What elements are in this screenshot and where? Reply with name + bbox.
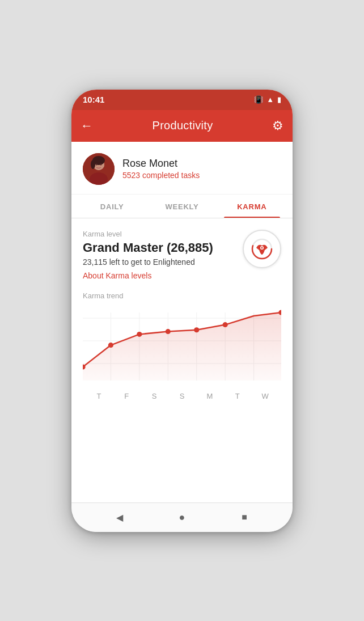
chart-container: T F S S M T W	[77, 307, 287, 398]
svg-point-26	[194, 327, 199, 332]
svg-point-7	[100, 163, 102, 165]
karma-label: Karma level	[83, 230, 234, 238]
bottom-nav: ◀ ● ■	[71, 502, 293, 532]
avatar-svg	[83, 153, 115, 185]
profile-name: Rose Monet	[122, 158, 200, 170]
svg-point-11	[261, 247, 263, 248]
app-bar-title: Productivity	[153, 119, 213, 132]
karma-subtitle: 23,115 left to get to Enlightened	[83, 257, 234, 267]
karma-trend: Karma trend	[71, 280, 293, 403]
tab-karma[interactable]: KARMA	[217, 195, 287, 218]
karma-left: Karma level Grand Master (26,885) 23,115…	[83, 230, 234, 280]
battery-icon: ▮	[277, 95, 281, 104]
karma-level-row: Karma level Grand Master (26,885) 23,115…	[83, 230, 281, 280]
app-bar: ← Productivity ⚙	[71, 110, 293, 142]
tab-daily[interactable]: DAILY	[77, 195, 147, 218]
settings-button[interactable]: ⚙	[272, 119, 283, 133]
avatar-image	[83, 153, 115, 185]
nav-recent-button[interactable]: ■	[236, 509, 253, 526]
status-time: 10:41	[83, 95, 104, 104]
profile-info: Rose Monet 5523 completed tasks	[122, 158, 200, 180]
nav-back-icon: ◀	[116, 512, 123, 523]
karma-title: Grand Master (26,885)	[83, 240, 234, 255]
wifi-icon: ▲	[266, 95, 274, 104]
back-button[interactable]: ←	[81, 119, 93, 133]
chart-label-f: F	[113, 392, 141, 400]
svg-point-5	[91, 160, 95, 169]
chart-label-s1: S	[141, 392, 168, 400]
svg-point-23	[108, 343, 113, 348]
svg-point-24	[137, 331, 142, 336]
chart-label-w: W	[251, 392, 279, 400]
svg-point-25	[166, 329, 171, 334]
profile-tasks: 5523 completed tasks	[122, 171, 200, 180]
karma-section: Karma level Grand Master (26,885) 23,115…	[71, 218, 293, 280]
nav-back-button[interactable]: ◀	[111, 509, 128, 526]
chart-label-t2: T	[223, 392, 251, 400]
profile-section: Rose Monet 5523 completed tasks	[71, 142, 293, 195]
vibrate-icon: 📳	[254, 95, 263, 104]
chart-svg	[83, 307, 281, 386]
trend-label: Karma trend	[77, 292, 287, 300]
svg-point-6	[96, 163, 98, 165]
tab-weekly[interactable]: WEEKLY	[147, 195, 217, 218]
chart-labels: T F S S M T W	[83, 388, 281, 400]
content: Rose Monet 5523 completed tasks DAILY WE…	[71, 142, 293, 502]
tabs: DAILY WEEKLY KARMA	[71, 195, 293, 218]
karma-icon	[251, 238, 273, 260]
status-bar: 10:41 📳 ▲ ▮	[71, 90, 293, 110]
avatar	[83, 153, 115, 185]
chart-label-m: M	[196, 392, 223, 400]
chart-label-t1: T	[85, 392, 113, 400]
status-icons: 📳 ▲ ▮	[254, 95, 281, 104]
nav-recent-icon: ■	[242, 512, 247, 522]
karma-badge	[243, 230, 281, 268]
karma-link[interactable]: About Karma levels	[83, 271, 234, 280]
svg-point-27	[223, 322, 228, 327]
nav-home-icon: ●	[179, 512, 185, 523]
nav-home-button[interactable]: ●	[173, 509, 191, 526]
phone-frame: 10:41 📳 ▲ ▮ ← Productivity ⚙	[71, 90, 293, 532]
chart-label-s2: S	[168, 392, 196, 400]
